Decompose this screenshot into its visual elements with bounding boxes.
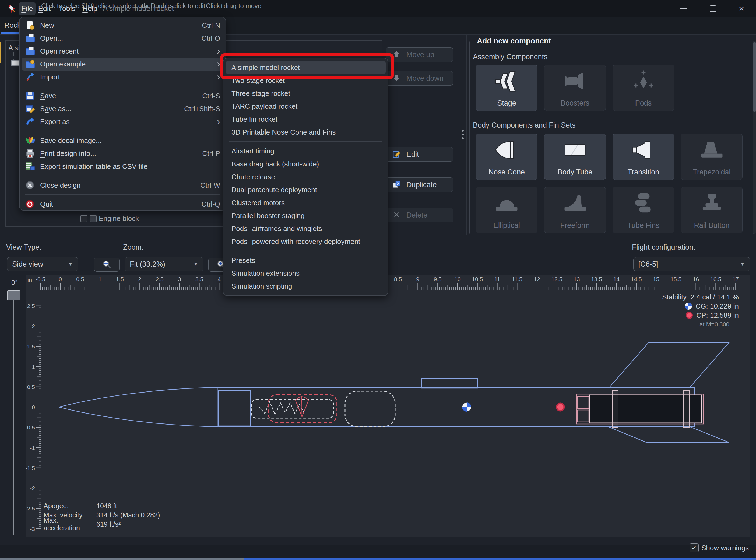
nose-cone-shape: [59, 387, 217, 427]
show-warnings-checkbox[interactable]: ✓: [690, 543, 699, 553]
delete-button[interactable]: Delete: [386, 208, 453, 222]
example-menu-item-tarc-payload-rocket[interactable]: TARC payload rocket: [226, 100, 386, 113]
file-menu-item-open-example[interactable]: Open example ›: [22, 58, 223, 71]
example-menu-item-pods-airframes-and-winglets[interactable]: Pods--airframes and winglets: [226, 222, 386, 235]
menu-item-icon: [25, 59, 35, 69]
example-menu-item-base-drag-hack-short-wide[interactable]: Base drag hack (short-wide): [226, 158, 386, 171]
file-menu-item-open[interactable]: Open... Ctrl-O ›: [22, 32, 223, 45]
component-card-pods[interactable]: Pods: [613, 65, 674, 111]
component-card-rail-button[interactable]: Rail Button: [681, 187, 742, 233]
example-menu-item-3d-printable-nose-cone-and-fins[interactable]: 3D Printable Nose Cone and Fins: [226, 126, 386, 139]
open-example-submenu: A simple model rocket Two-stage rocket T…: [223, 58, 388, 296]
stability-info: Stability: 2.4 cal / 14.1 % CG: 10.229 i…: [662, 293, 739, 329]
example-menu-item-dual-parachute-deployment[interactable]: Dual parachute deployment: [226, 183, 386, 196]
splitter-drag-handle[interactable]: [462, 130, 464, 139]
tree-root-item[interactable]: A si: [8, 44, 20, 52]
submenu-arrow-icon: ›: [217, 46, 220, 56]
svg-text:15: 15: [653, 276, 659, 282]
file-menu-item-save[interactable]: Save Ctrl-S ›: [22, 89, 223, 102]
close-icon: ×: [739, 4, 744, 13]
component-card-body-tube[interactable]: Body Tube: [544, 134, 606, 180]
edit-button[interactable]: Edit: [386, 147, 453, 162]
component-card-elliptical[interactable]: Elliptical: [476, 187, 537, 233]
motor-mount[interactable]: [576, 391, 703, 427]
example-menu-item-tube-fin-rocket[interactable]: Tube fin rocket: [226, 113, 386, 126]
move-up-button[interactable]: Move up: [386, 47, 453, 62]
file-menu-item-export-simulation-table-as-csv-file[interactable]: Export simulation table as CSV file ›: [22, 160, 223, 173]
svg-text:1.5: 1.5: [27, 343, 35, 349]
submenu-arrow-icon: ›: [217, 72, 220, 82]
file-menu-item-close-design[interactable]: Close design Ctrl-W ›: [22, 179, 223, 192]
svg-text:16.5: 16.5: [710, 276, 721, 282]
example-menu-item-clustered-motors[interactable]: Clustered motors: [226, 196, 386, 209]
menu-separator: [25, 194, 220, 195]
move-down-button[interactable]: Move down: [386, 71, 453, 86]
rocket-drawing[interactable]: -0.500.511.522.533.544.555.566.577.588.5…: [25, 275, 750, 537]
taskbar-strip-gray: [0, 558, 244, 560]
svg-text:0: 0: [32, 404, 35, 410]
menu-separator: [25, 176, 220, 176]
rotation-slider-track[interactable]: [14, 290, 14, 535]
menu-item-icon: [25, 180, 35, 191]
example-menu-item-presets[interactable]: Presets: [226, 254, 386, 267]
menu-separator: [229, 251, 383, 251]
view-type-dropdown[interactable]: Side view▼: [7, 257, 78, 271]
component-card-freeform[interactable]: Freeform: [544, 187, 606, 233]
file-menu-item-new[interactable]: New Ctrl-N ›: [22, 19, 223, 32]
example-menu-item-three-stage-rocket[interactable]: Three-stage rocket: [226, 87, 386, 100]
component-card-transition[interactable]: Transition: [613, 134, 674, 180]
component-card-tube-fins[interactable]: Tube Fins: [613, 187, 674, 233]
svg-text:1: 1: [32, 364, 35, 370]
flight-config-label: Flight configuration:: [632, 243, 695, 252]
close-button[interactable]: ×: [732, 0, 751, 17]
file-menu-item-print-design-info[interactable]: Print design info... Ctrl-P ›: [22, 147, 223, 160]
component-card-trapezoidal[interactable]: Trapezoidal: [681, 134, 742, 180]
svg-text:-1: -1: [30, 445, 35, 451]
file-menu-item-import[interactable]: Import ›: [22, 71, 223, 83]
submenu-arrow-icon: ›: [217, 59, 220, 69]
menu-file[interactable]: File: [19, 2, 36, 15]
rotation-slider-handle[interactable]: [7, 290, 20, 300]
svg-text:11: 11: [494, 276, 500, 282]
minimize-button[interactable]: [674, 0, 694, 17]
file-menu-item-save-decal-image[interactable]: Save decal image... ›: [22, 134, 223, 147]
rotation-angle-indicator: 0°: [5, 277, 24, 288]
zoom-out-button[interactable]: [94, 258, 120, 272]
example-menu-item-pods-powered-with-recovery-deployment[interactable]: Pods--powered with recovery deployment: [226, 235, 386, 248]
example-menu-item-airstart-timing[interactable]: Airstart timing: [226, 145, 386, 158]
menu-item-icon: [25, 104, 35, 114]
assembly-components-label: Assembly Components: [473, 53, 548, 61]
maximize-button[interactable]: [703, 0, 723, 17]
file-menu-popup: New Ctrl-N › Open... Ctrl-O › Open recen…: [19, 17, 226, 211]
flight-config-dropdown[interactable]: [C6-5]▼: [633, 257, 750, 271]
file-menu-item-save-as[interactable]: Save as... Ctrl+Shift-S ›: [22, 102, 223, 115]
rocket-outline[interactable]: [59, 342, 729, 442]
component-card-stage[interactable]: Stage: [476, 65, 537, 111]
simulation-results: Apogee: 1048 ft Max. velocity: 314 ft/s …: [44, 501, 160, 529]
panel-splitter-line2: [466, 35, 467, 235]
file-menu-item-open-recent[interactable]: Open recent ›: [22, 45, 223, 58]
component-card-nose-cone[interactable]: Nose Cone: [476, 134, 537, 180]
zoom-out-icon: [102, 260, 112, 269]
cg-line: CG: 10.229 in: [662, 302, 739, 311]
svg-text:0.5: 0.5: [76, 276, 84, 282]
example-menu-item-chute-release[interactable]: Chute release: [226, 171, 386, 183]
example-menu-item-simulation-extensions[interactable]: Simulation extensions: [226, 267, 386, 280]
tree-item-engine-block[interactable]: Engine block: [80, 214, 139, 223]
component-card-boosters[interactable]: Boosters: [544, 65, 606, 111]
svg-text:10.5: 10.5: [472, 276, 483, 282]
tab-rocket-design[interactable]: Rock: [4, 21, 21, 29]
example-menu-item-simulation-scripting[interactable]: Simulation scripting: [226, 280, 386, 293]
panel-scrollbar-thumb[interactable]: [753, 42, 756, 112]
svg-text:10: 10: [454, 276, 461, 282]
engine-block-component-icon: [89, 215, 97, 222]
file-menu-item-quit[interactable]: Quit Ctrl-Q ›: [22, 198, 223, 211]
zoom-level-combobox[interactable]: Fit (33.2%) ▼: [125, 257, 203, 271]
internal-components[interactable]: [251, 391, 395, 427]
duplicate-button[interactable]: Duplicate: [386, 177, 453, 192]
status-hint: Shift+click to select other: [81, 0, 153, 13]
zoom-label: Zoom:: [123, 243, 144, 252]
menu-item-icon: [25, 148, 35, 159]
file-menu-item-export-as[interactable]: Export as ›: [22, 115, 223, 128]
example-menu-item-parallel-booster-staging[interactable]: Parallel booster staging: [226, 209, 386, 222]
